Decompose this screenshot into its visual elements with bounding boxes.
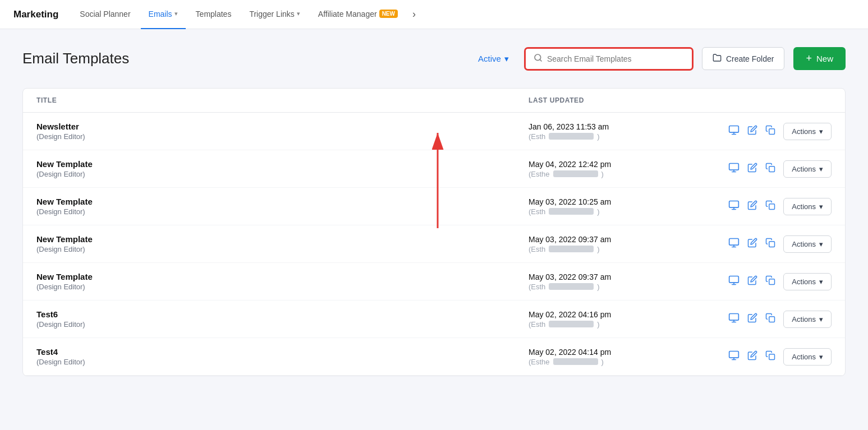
template-info: Test4 (Design Editor) (36, 347, 529, 366)
last-updated-user: (Esthe) (529, 358, 719, 366)
actions-chevron-icon: ▾ (819, 165, 823, 173)
column-title: TITLE (36, 96, 529, 104)
search-box[interactable] (525, 48, 693, 70)
template-subtitle: (Design Editor) (36, 132, 529, 141)
template-date-info: May 04, 2022 12:42 pm (Esthe) (529, 160, 719, 178)
row-actions: Actions ▾ (719, 198, 832, 215)
edit-icon[interactable] (747, 200, 757, 213)
preview-icon[interactable] (728, 237, 740, 251)
preview-icon[interactable] (728, 312, 740, 326)
last-updated-user: (Esth) (529, 132, 719, 141)
create-folder-button[interactable]: Create Folder (702, 47, 785, 70)
svg-rect-11 (769, 166, 775, 172)
template-subtitle: (Design Editor) (36, 358, 529, 366)
nav-item-social-planner[interactable]: Social Planner (72, 0, 138, 29)
template-title: New Template (36, 159, 529, 169)
copy-icon[interactable] (765, 200, 775, 213)
search-input[interactable] (547, 54, 684, 63)
actions-button[interactable]: Actions ▾ (783, 273, 832, 290)
column-last-updated: LAST UPDATED (529, 96, 719, 104)
row-actions: Actions ▾ (719, 311, 832, 328)
table-row: Test6 (Design Editor) May 02, 2022 04:16… (23, 300, 845, 338)
redacted-name (553, 170, 598, 177)
template-info: New Template (Design Editor) (36, 159, 529, 178)
search-icon (534, 53, 543, 64)
edit-icon[interactable] (747, 125, 757, 138)
affiliate-manager-badge: new (379, 10, 398, 18)
template-date-info: May 03, 2022 10:25 am (Esth) (529, 197, 719, 216)
new-button[interactable]: + New (793, 47, 846, 70)
nav-item-affiliate-manager[interactable]: Affiliate Manager new (310, 0, 406, 29)
template-subtitle: (Design Editor) (36, 170, 529, 178)
top-navigation: Marketing Social Planner Emails ▾ Templa… (0, 0, 868, 29)
copy-icon[interactable] (765, 313, 775, 326)
last-updated-user: (Esth) (529, 207, 719, 216)
trigger-links-chevron-icon: ▾ (297, 10, 300, 17)
actions-label: Actions (792, 165, 816, 173)
actions-button[interactable]: Actions ▾ (783, 348, 832, 366)
svg-rect-4 (729, 126, 739, 132)
active-filter-dropdown[interactable]: Active ▾ (471, 49, 516, 68)
table-row: New Template (Design Editor) May 03, 202… (23, 225, 845, 263)
create-folder-label: Create Folder (726, 54, 774, 63)
template-title: Test6 (36, 309, 529, 319)
edit-icon[interactable] (747, 163, 757, 175)
preview-icon[interactable] (728, 162, 740, 176)
row-actions: Actions ▾ (719, 273, 832, 290)
table-row: Test4 (Design Editor) May 02, 2022 04:14… (23, 338, 845, 376)
svg-rect-31 (769, 354, 775, 359)
redacted-name (549, 321, 594, 327)
svg-rect-15 (769, 204, 775, 209)
redacted-name (549, 246, 594, 252)
actions-button[interactable]: Actions ▾ (783, 160, 832, 178)
edit-icon[interactable] (747, 313, 757, 326)
row-actions: Actions ▾ (719, 123, 832, 140)
last-updated-user: (Esth) (529, 283, 719, 291)
plus-icon: + (806, 53, 812, 64)
svg-rect-24 (729, 313, 739, 320)
preview-icon[interactable] (728, 275, 740, 289)
last-updated-date: May 04, 2022 12:42 pm (529, 160, 719, 169)
emails-chevron-icon: ▾ (174, 10, 178, 17)
row-actions: Actions ▾ (719, 348, 832, 366)
actions-button[interactable]: Actions ▾ (783, 235, 832, 253)
copy-icon[interactable] (765, 125, 775, 138)
edit-icon[interactable] (747, 238, 757, 251)
template-subtitle: (Design Editor) (36, 320, 529, 329)
nav-item-templates[interactable]: Templates (188, 0, 240, 29)
nav-item-trigger-links[interactable]: Trigger Links ▾ (241, 0, 307, 29)
preview-icon[interactable] (728, 200, 740, 214)
table-row: New Template (Design Editor) May 04, 202… (23, 150, 845, 188)
actions-label: Actions (792, 315, 816, 323)
svg-rect-8 (729, 163, 739, 170)
template-subtitle: (Design Editor) (36, 283, 529, 291)
actions-chevron-icon: ▾ (819, 127, 823, 136)
actions-button[interactable]: Actions ▾ (783, 123, 832, 140)
actions-chevron-icon: ▾ (819, 353, 823, 361)
redacted-name (553, 358, 598, 365)
table-row: New Template (Design Editor) May 03, 202… (23, 263, 845, 300)
copy-icon[interactable] (765, 163, 775, 175)
redacted-name (549, 133, 594, 140)
copy-icon[interactable] (765, 275, 775, 288)
redacted-name (549, 283, 594, 290)
brand-logo: Marketing (13, 9, 58, 20)
last-updated-date: May 02, 2022 04:14 pm (529, 348, 719, 357)
new-button-label: New (816, 54, 833, 63)
template-subtitle: (Design Editor) (36, 245, 529, 253)
nav-item-emails[interactable]: Emails ▾ (141, 0, 186, 29)
column-actions (719, 96, 832, 104)
table-header: TITLE LAST UPDATED (23, 89, 845, 113)
actions-button[interactable]: Actions ▾ (783, 311, 832, 328)
actions-button[interactable]: Actions ▾ (783, 198, 832, 215)
edit-icon[interactable] (747, 350, 757, 363)
nav-more-button[interactable]: › (412, 8, 416, 20)
copy-icon[interactable] (765, 350, 775, 363)
copy-icon[interactable] (765, 238, 775, 251)
edit-icon[interactable] (747, 275, 757, 288)
last-updated-date: Jan 06, 2023 11:53 am (529, 122, 719, 131)
template-date-info: May 02, 2022 04:14 pm (Esthe) (529, 348, 719, 366)
preview-icon[interactable] (728, 124, 740, 138)
svg-rect-12 (729, 201, 739, 207)
preview-icon[interactable] (728, 350, 740, 364)
